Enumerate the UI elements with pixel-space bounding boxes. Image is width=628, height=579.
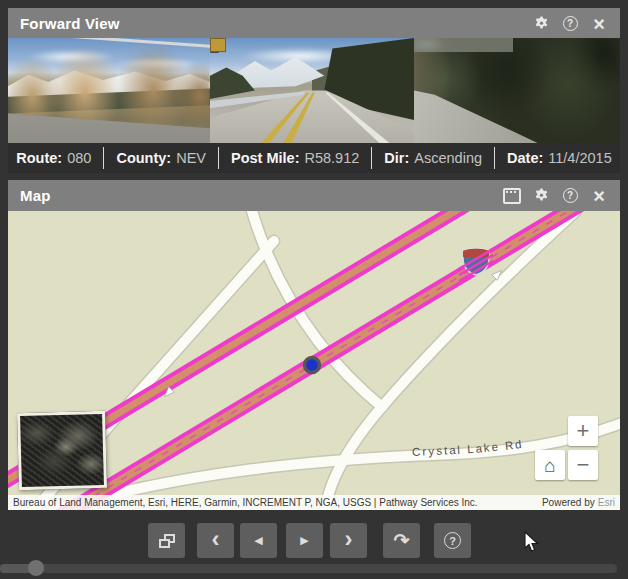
timeline-slider[interactable] <box>0 564 617 573</box>
toolbar-help-button[interactable]: ? <box>434 523 471 558</box>
route-field: Route: 080 <box>16 150 91 166</box>
app-window: Forward View ? × <box>0 0 628 579</box>
triangle-right-icon: ▶ <box>300 534 308 547</box>
minus-icon: − <box>577 454 590 476</box>
play-forward-button[interactable]: ▶ <box>286 523 323 558</box>
restore-windows-icon <box>159 534 175 548</box>
layout-restore-button[interactable] <box>148 523 185 558</box>
post-mile-field: Post Mile: R58.912 <box>231 150 359 166</box>
plus-icon: + <box>577 420 590 442</box>
county-field: County: NEV <box>116 150 206 166</box>
gear-icon <box>533 15 550 32</box>
chevron-left-icon: ‹ <box>212 524 220 554</box>
route-info-bar: Route: 080 County: NEV Post Mile: R58.91… <box>8 143 620 173</box>
close-button[interactable]: × <box>590 15 608 33</box>
forward-view-photo-left[interactable] <box>8 38 210 143</box>
warning-sign <box>210 38 226 52</box>
chevron-right-icon: › <box>345 524 353 554</box>
esri-link[interactable]: Esri <box>598 497 615 508</box>
date-field: Date: 11/4/2015 <box>507 150 612 166</box>
forward-view-title: Forward View <box>20 15 120 32</box>
home-icon: ⌂ <box>544 456 555 475</box>
forward-view-photo-right[interactable] <box>414 38 620 143</box>
map-header: Map ? × <box>8 180 620 211</box>
map-canvas[interactable]: Crystal Lake Rd + − ⌂ Bureau of Land Man… <box>8 211 620 510</box>
divider <box>218 147 219 169</box>
help-button[interactable]: ? <box>561 15 579 33</box>
divider <box>103 147 104 169</box>
zoom-out-button[interactable]: − <box>568 450 598 480</box>
map-title: Map <box>20 187 51 204</box>
slider-thumb[interactable] <box>28 560 44 576</box>
home-button[interactable]: ⌂ <box>535 450 565 480</box>
map-close-button[interactable]: × <box>590 187 608 205</box>
popout-button[interactable] <box>503 187 521 205</box>
mouse-cursor <box>524 531 540 553</box>
overview-inset-map[interactable] <box>17 411 107 490</box>
forward-view-photo-strip <box>8 38 620 143</box>
help-icon: ? <box>444 532 461 549</box>
powered-by: Powered byEsri <box>542 497 615 508</box>
close-icon: × <box>593 188 605 204</box>
step-forward-button[interactable]: › <box>330 523 367 558</box>
rotate-reset-button[interactable]: ↷ <box>383 523 420 558</box>
settings-button[interactable] <box>532 15 550 33</box>
attribution-text: Bureau of Land Management, Esri, HERE, G… <box>13 497 478 508</box>
close-icon: × <box>593 16 605 32</box>
window-icon <box>503 188 521 204</box>
rotate-arrow-icon: ↷ <box>394 529 410 552</box>
direction-field: Dir: Ascending <box>384 150 482 166</box>
position-marker[interactable] <box>305 358 320 373</box>
divider <box>371 147 372 169</box>
triangle-left-icon: ◀ <box>254 534 262 547</box>
play-reverse-button[interactable]: ◀ <box>240 523 277 558</box>
map-settings-button[interactable] <box>532 187 550 205</box>
map-help-button[interactable]: ? <box>561 187 579 205</box>
forward-view-photo-center[interactable] <box>210 38 414 143</box>
zoom-in-button[interactable]: + <box>568 416 598 446</box>
map-attribution: Bureau of Land Management, Esri, HERE, G… <box>8 495 620 510</box>
divider <box>494 147 495 169</box>
step-back-button[interactable]: ‹ <box>197 523 234 558</box>
forward-view-header: Forward View ? × <box>8 8 620 39</box>
gear-icon <box>533 187 550 204</box>
help-icon: ? <box>563 16 578 31</box>
help-icon: ? <box>563 188 578 203</box>
